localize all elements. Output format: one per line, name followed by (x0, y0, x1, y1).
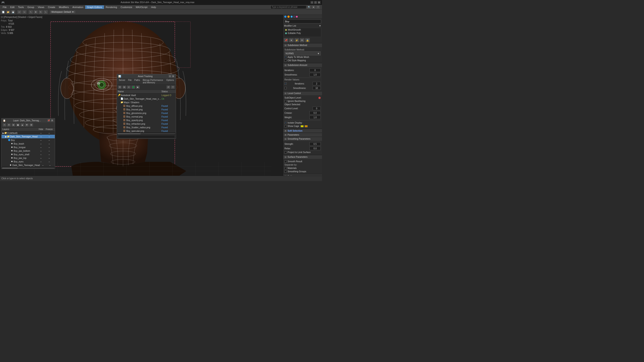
render-iterations-input[interactable] (312, 82, 321, 85)
asset-btn-refresh[interactable]: ↺ (166, 85, 170, 89)
surface-parameters-collapse[interactable]: – (284, 156, 287, 158)
layer-item-boy-jaw-top[interactable]: ◽ Boy_jaw_top – – (2, 156, 55, 160)
layer-freeze-dark-skin-head[interactable]: – (46, 164, 54, 166)
mod-show-button[interactable]: 👁 (300, 38, 304, 42)
parameters-collapse[interactable]: + (284, 134, 287, 136)
iterations-input[interactable] (310, 68, 321, 72)
mod-pin-button[interactable]: 📌 (284, 38, 288, 42)
layer-panel-controls[interactable]: 📌 ✕ (48, 119, 54, 122)
workspace-selector[interactable]: Workspace: Default ▼ (50, 10, 76, 14)
asset-item-refraction[interactable]: 🖼 Boy_refraction.png Found (117, 122, 176, 126)
asset-item-opacity[interactable]: 🖼 Boy_opacity.png Found (117, 118, 176, 122)
crease-input[interactable] (310, 111, 321, 115)
asset-item-fresnet[interactable]: 🖼 Boy_fresnet.png Found (117, 108, 176, 111)
asset-panel-titlebar[interactable]: 📊 Asset Tracking □ ✕ (117, 74, 176, 78)
local-control-header[interactable]: – Local Control (283, 91, 322, 95)
layer-scroll-thumb[interactable] (2, 168, 18, 168)
layer-freeze-jaw-top[interactable]: – (44, 157, 54, 159)
help-search-input[interactable] (270, 5, 306, 9)
layer-item-boy-eyes[interactable]: ◽ Boy_eyes – – (2, 160, 55, 163)
scale-button[interactable]: ⤡ (44, 10, 48, 14)
subdivision-method-header[interactable]: – Subdivision Method (283, 43, 322, 47)
undo-button[interactable]: ↩ (17, 10, 22, 14)
surface-parameters-header[interactable]: – Surface Parameters (283, 155, 322, 159)
layer-item-boy-leash[interactable]: ◽ Boy_leash – – (2, 142, 55, 145)
menu-file[interactable]: File (1, 5, 8, 9)
layer-hide-tongue[interactable]: – (37, 146, 44, 149)
menu-modifiers[interactable]: Modifiers (57, 5, 71, 9)
layer-hide-boy[interactable]: – (37, 139, 44, 141)
smoothing-parameters-collapse[interactable]: – (284, 138, 287, 140)
smoothing-groups-checkbox[interactable] (284, 170, 287, 173)
layer-freeze-dark-skin[interactable]: – (44, 135, 54, 138)
modifier-meshsmooth[interactable]: MeshSmooth (284, 28, 321, 31)
layer-panel-pin[interactable]: 📌 (48, 119, 50, 122)
save-button[interactable]: 💾 (11, 10, 15, 14)
mod-lock-button[interactable]: 🔒 (305, 38, 310, 42)
asset-panel-controls[interactable]: □ ✕ (168, 75, 174, 77)
layer-hide-eyes[interactable]: – (37, 160, 44, 163)
minimize-button[interactable]: – (310, 1, 314, 4)
layer-move-up-button[interactable]: ▲ (20, 123, 24, 127)
smooth-result-checkbox[interactable] (284, 160, 287, 163)
menu-customize[interactable]: Customize (119, 5, 134, 9)
render-iterations-checkbox[interactable] (284, 82, 287, 85)
layer-hide-default[interactable]: – (37, 132, 44, 134)
render-smoothness-checkbox[interactable] (284, 87, 287, 89)
subdivision-amount-collapse[interactable]: – (284, 64, 287, 66)
asset-item-maps[interactable]: 📁 Maps / Shaders (117, 100, 176, 104)
asset-scroll-track[interactable] (118, 133, 175, 134)
asset-menu-server[interactable]: Server (118, 79, 126, 84)
menu-create[interactable]: Create (46, 5, 57, 9)
layer-item-boy-eyes-shell[interactable]: ◽ Boy_eyes_shell – – (2, 153, 55, 156)
local-control-collapse[interactable]: – (284, 92, 287, 94)
show-cage-swatch-1[interactable] (300, 125, 304, 127)
asset-item-normal[interactable]: 🖼 Boy_normal.png Found (117, 115, 176, 118)
subdivision-method-collapse[interactable]: – (284, 44, 287, 46)
soft-selection-collapse[interactable]: + (284, 130, 287, 132)
menu-animation[interactable]: Animation (71, 5, 85, 9)
settings-header[interactable]: + Settings (283, 174, 322, 176)
menu-rendering[interactable]: Rendering (104, 5, 119, 9)
asset-close-button[interactable]: ✕ (172, 75, 174, 77)
asset-btn-tree[interactable]: 🌲 (131, 85, 135, 89)
menu-tools[interactable]: Tools (16, 5, 26, 9)
layer-item-default[interactable]: ▶ 📁 0 (default) – – (2, 131, 55, 135)
menu-maxscript[interactable]: MAXScript (134, 5, 149, 9)
layer-freeze-leash[interactable]: – (44, 143, 54, 145)
asset-menu-bitmap-perf[interactable]: Bitmap Performance and Memory (142, 79, 164, 84)
asset-menu-options[interactable]: Options (166, 79, 175, 84)
asset-btn-help[interactable]: ? (171, 85, 175, 89)
control-level-input[interactable] (312, 107, 321, 110)
rotate-button[interactable]: ↻ (38, 10, 43, 14)
layer-freeze-jaw-bottom[interactable]: – (44, 150, 54, 152)
asset-btn-play[interactable]: ▶ (136, 85, 140, 89)
layer-item-boy-jaw-bottom[interactable]: ◽ Boy_jaw_bottom – – (2, 149, 55, 153)
menu-views[interactable]: Views (36, 5, 46, 9)
asset-item-max-file[interactable]: 📄 Dark_Skin_Teenager_Head_max_vray.max O… (117, 97, 176, 100)
settings-collapse[interactable]: + (284, 175, 287, 176)
asset-pin-button[interactable]: □ (168, 75, 171, 77)
layer-item-dark-skin-head[interactable]: ◽ Dark_Skin_Teenager_Head – – (2, 163, 55, 167)
layer-hide-leash[interactable]: – (37, 143, 44, 145)
asset-btn-list[interactable]: ☰ (118, 85, 122, 89)
redo-button[interactable]: ↪ (22, 10, 26, 14)
old-style-mapping-checkbox[interactable] (284, 59, 287, 62)
layer-freeze-eyes[interactable]: – (44, 160, 54, 163)
maximize-button[interactable]: □ (314, 1, 317, 4)
mod-socket-button[interactable]: ⚡ (294, 38, 299, 42)
layer-hide-dark-skin-head[interactable]: – (40, 164, 46, 166)
asset-scroll-thumb[interactable] (118, 133, 141, 134)
layer-hide-jaw-top[interactable]: – (37, 157, 44, 159)
asset-btn-detail[interactable]: ≡ (127, 85, 131, 89)
layer-scrollbar[interactable] (2, 167, 55, 169)
subdivision-amount-header[interactable]: – Subdivision Amount (283, 63, 322, 67)
layer-plus-button[interactable]: ⊕ (12, 123, 16, 127)
menu-group[interactable]: Group (26, 5, 36, 9)
smoothing-parameters-header[interactable]: – Smoothing Parameters (283, 137, 322, 141)
asset-item-diffuse[interactable]: 🖼 Boy_diffuse.png Found (117, 104, 176, 108)
close-button[interactable]: ✕ (318, 1, 321, 4)
method-dropdown[interactable]: NURMS ▼ (284, 51, 321, 55)
search-button[interactable]: 🔍 (307, 5, 311, 9)
open-button[interactable]: 📂 (6, 10, 10, 14)
